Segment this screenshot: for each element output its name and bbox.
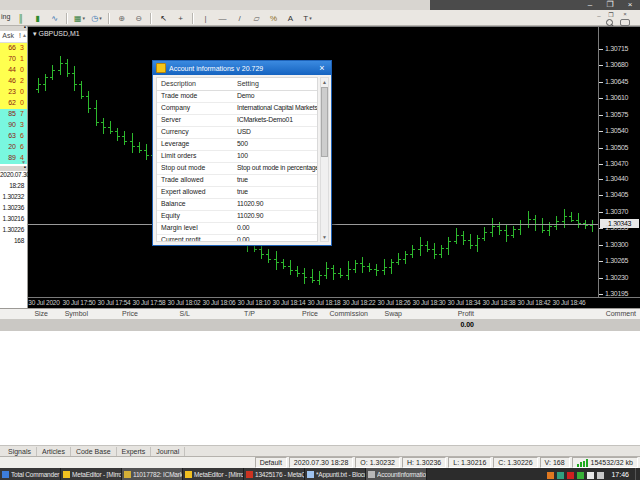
trade-column-tp[interactable]: T/P bbox=[244, 310, 255, 317]
account-info-row[interactable]: Trade allowedtrue bbox=[157, 175, 317, 187]
dialog-close-icon[interactable]: × bbox=[316, 62, 328, 74]
indicators-icon[interactable]: ▦▾ bbox=[72, 12, 87, 25]
bar-open-tick bbox=[317, 280, 319, 281]
detach-icon[interactable]: ▪ bbox=[24, 24, 26, 30]
price-scale[interactable]: 1.30343 1.307151.306801.306451.306101.30… bbox=[598, 27, 640, 297]
scroll-down-icon[interactable]: ▼ bbox=[321, 234, 328, 240]
quote-row[interactable]: 230 bbox=[0, 87, 27, 98]
horizontal-line-icon[interactable]: — bbox=[215, 12, 230, 25]
quote-row[interactable]: 857 bbox=[0, 109, 27, 120]
account-info-row[interactable]: Limit orders100 bbox=[157, 151, 317, 163]
tab-articles[interactable]: Articles bbox=[37, 447, 71, 456]
taskbar-item-notepad[interactable]: *Appunti.txt - Blocco ... bbox=[305, 468, 366, 480]
text-label-icon[interactable]: T▾ bbox=[300, 12, 315, 25]
quote-row[interactable]: 206 bbox=[0, 142, 27, 153]
trendline-icon[interactable]: / bbox=[232, 12, 247, 25]
maximize-icon[interactable]: ❐ bbox=[602, 0, 618, 10]
text-icon[interactable]: A bbox=[283, 12, 298, 25]
quote-row[interactable]: 462 bbox=[0, 76, 27, 87]
tab-signals[interactable]: Signals bbox=[3, 447, 37, 456]
trade-column-symbol[interactable]: Symbol bbox=[65, 310, 88, 317]
tray-icon-3[interactable] bbox=[567, 472, 574, 479]
taskbar-item-account-informations[interactable]: AccountInformations... bbox=[366, 468, 427, 480]
line-chart-icon[interactable]: ∿ bbox=[47, 12, 62, 25]
tray-icon-2[interactable] bbox=[557, 472, 564, 479]
account-info-row[interactable]: Current profit0.00 bbox=[157, 235, 317, 242]
scrollbar-thumb[interactable] bbox=[321, 87, 328, 157]
zoom-out-icon[interactable]: ⊖ bbox=[131, 12, 146, 25]
zoom-in-icon[interactable]: ⊕ bbox=[114, 12, 129, 25]
quote-row[interactable]: 636 bbox=[0, 131, 27, 142]
profile-status[interactable]: Default bbox=[255, 457, 287, 468]
account-info-row[interactable]: Margin level0.00 bbox=[157, 223, 317, 235]
description-cell: Balance bbox=[161, 200, 186, 207]
account-info-row[interactable]: Expert allowedtrue bbox=[157, 187, 317, 199]
price-tick-label: 1.30575 bbox=[605, 111, 628, 118]
tray-icon-4[interactable] bbox=[577, 472, 584, 479]
timeframes-icon[interactable]: ◷▾ bbox=[89, 12, 104, 25]
chat-icon[interactable] bbox=[620, 19, 630, 26]
account-info-row[interactable]: Equity11020.90 bbox=[157, 211, 317, 223]
cursor-icon[interactable]: ↖ bbox=[156, 12, 171, 25]
trade-column-comment[interactable]: Comment bbox=[606, 310, 636, 317]
account-info-row[interactable]: CurrencyUSD bbox=[157, 127, 317, 139]
tab-code-base[interactable]: Code Base bbox=[71, 447, 117, 456]
trade-column-price[interactable]: Price bbox=[302, 310, 318, 317]
show-desktop-button[interactable] bbox=[635, 468, 640, 480]
tray-icon-6[interactable] bbox=[597, 472, 604, 479]
trade-column-profit[interactable]: Profit bbox=[458, 310, 474, 317]
account-info-row[interactable]: CompanyInternational Capital Markets Pty… bbox=[157, 103, 317, 115]
quote-row[interactable]: 663 bbox=[0, 43, 27, 54]
tab-experts[interactable]: Experts bbox=[117, 447, 152, 456]
candlestick-chart-icon[interactable]: ▮ bbox=[30, 12, 45, 25]
trade-column-commission[interactable]: Commission bbox=[329, 310, 368, 317]
child-restore-icon[interactable]: ❐ bbox=[606, 11, 616, 18]
bar-open-tick bbox=[396, 262, 398, 263]
dialog-scrollbar[interactable]: ▲ ▼ bbox=[320, 77, 329, 242]
taskbar-item-metaquotes[interactable]: 13425176 - MetaQuot... bbox=[244, 468, 305, 480]
taskbar-item-metatrader-terminal[interactable]: 11017782: ICMarkets-... bbox=[122, 468, 183, 480]
account-info-row[interactable]: Leverage500 bbox=[157, 139, 317, 151]
bar-close-tick bbox=[291, 270, 293, 271]
quote-row[interactable]: 620 bbox=[0, 98, 27, 109]
crosshair-icon[interactable]: + bbox=[173, 12, 188, 25]
taskbar-clock[interactable]: 17:46 bbox=[611, 471, 629, 478]
taskbar-item-metaeditor[interactable]: MetaEditor - [MirrorE... bbox=[61, 468, 122, 480]
quote-row[interactable]: 440 bbox=[0, 65, 27, 76]
tab-journal[interactable]: Journal bbox=[151, 447, 185, 456]
bars-chart-icon[interactable]: ║ bbox=[13, 12, 28, 25]
detach-icon[interactable]: ▪ bbox=[24, 164, 26, 170]
close-icon[interactable]: × bbox=[622, 0, 638, 10]
search-icon[interactable] bbox=[606, 19, 613, 26]
dialog-titlebar[interactable]: Account informations v 20.729 × bbox=[153, 61, 331, 75]
child-close-icon[interactable]: × bbox=[620, 11, 630, 17]
trade-column-size[interactable]: Size bbox=[34, 310, 48, 317]
account-info-row[interactable]: Trade modeDemo bbox=[157, 91, 317, 103]
bar-close-tick bbox=[327, 268, 329, 269]
account-info-row[interactable]: ServerICMarkets-Demo01 bbox=[157, 115, 317, 127]
tray-icon-1[interactable] bbox=[547, 472, 554, 479]
vertical-line-icon[interactable]: | bbox=[198, 12, 213, 25]
equidistant-channel-icon[interactable]: ▱ bbox=[249, 12, 264, 25]
ask-column-header[interactable]: Ask bbox=[0, 32, 14, 39]
bar-open-tick bbox=[101, 122, 103, 123]
bar-range bbox=[412, 245, 413, 259]
taskbar-item-total-commander[interactable]: Total Commander (x6... bbox=[0, 468, 61, 480]
minimize-icon[interactable]: – bbox=[582, 0, 598, 10]
child-minimize-icon[interactable]: _ bbox=[594, 11, 604, 17]
account-info-row[interactable]: Balance11020.90 bbox=[157, 199, 317, 211]
quote-row[interactable]: 701 bbox=[0, 54, 27, 65]
tray-icon-5[interactable] bbox=[587, 472, 594, 479]
taskbar-item-metaeditor[interactable]: MetaEditor - [MirrorE... bbox=[183, 468, 244, 480]
time-tick-label: 30 Jul 18:06 bbox=[202, 299, 235, 306]
alert-column-header[interactable]: ! bbox=[19, 32, 21, 39]
scroll-up-icon[interactable]: ▲ bbox=[321, 79, 328, 85]
trade-column-sl[interactable]: S/L bbox=[179, 310, 190, 317]
scroll-up-icon[interactable]: ▲ bbox=[22, 32, 27, 38]
trade-column-price[interactable]: Price bbox=[122, 310, 138, 317]
fibonacci-icon[interactable]: % bbox=[266, 12, 281, 25]
account-info-row[interactable]: Stop out modeStop out mode in percentage bbox=[157, 163, 317, 175]
chart-window[interactable]: ▾ GBPUSD,M1 1.30343 1.307151.306801.3064… bbox=[28, 26, 640, 308]
quote-row[interactable]: 903 bbox=[0, 120, 27, 131]
trade-column-swap[interactable]: Swap bbox=[384, 310, 402, 317]
